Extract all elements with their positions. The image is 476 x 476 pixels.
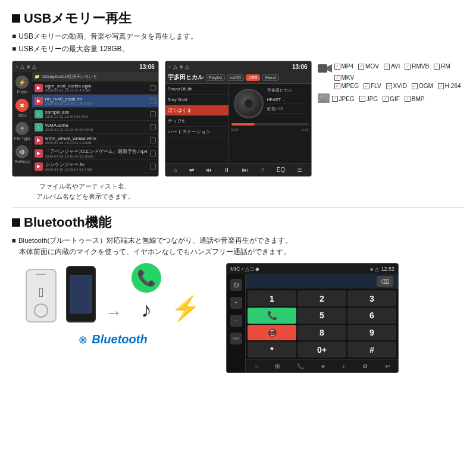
bottom-grid[interactable]: ⊞ — [275, 363, 280, 369]
format-h264: ✓ H.264 — [438, 83, 461, 89]
wifi-icon: △ — [32, 64, 36, 70]
home-ctrl[interactable]: ⌂ — [174, 167, 177, 173]
vol-up-btn[interactable]: + — [230, 297, 242, 309]
file-check[interactable] — [150, 151, 156, 156]
menu-btn[interactable]: ☰ — [297, 167, 302, 173]
dial-mic-icon: MIC — [230, 266, 240, 272]
key-8[interactable]: 8 — [298, 325, 346, 341]
sidebar-item-settings[interactable]: ⚙ Settings — [15, 145, 30, 164]
file-entry[interactable]: ♪ sample.asx 2009-12-12 11:28 536.7KB — [32, 108, 158, 121]
key-3[interactable]: 3 — [347, 290, 396, 306]
bottom-bt[interactable]: ⎈ — [321, 363, 325, 369]
file-check[interactable] — [150, 98, 156, 104]
file-entry[interactable]: ▶ ogm_xvid_vorbis.ogm 2019-01-23 11:24:1… — [32, 82, 158, 95]
bt-description: Bluetooth(ブルートゥース）対応端末と無線でつながり、通話や音楽再生がで… — [12, 235, 464, 257]
section1-title: USBメモリー再生 — [12, 10, 464, 27]
shuffle-btn[interactable]: ⇄ — [189, 167, 194, 173]
source-inand[interactable]: iNand — [262, 74, 278, 81]
source-extsd[interactable]: extSD — [227, 74, 244, 81]
file-check[interactable] — [150, 164, 156, 170]
repeat-btn[interactable]: ↺ — [260, 167, 265, 173]
format-mpeg: ✓ MPEG — [334, 83, 359, 89]
sidebar-item-filetype[interactable]: ≡ File Type — [14, 122, 30, 140]
back-icon[interactable]: ‹ — [16, 64, 18, 70]
format-row-1: ✓ MP4 ✓ MOV ✓ AVI ✓ RMVB — [334, 63, 464, 81]
file-entry[interactable]: ▶ シンケンジャー.flv 2019-04-10 12:06:04 63.8 M… — [32, 160, 158, 173]
phones-row:  → 📞 ♪ — [26, 263, 201, 322]
file-entry[interactable]: ▶ wmv_wmv9_wma9.wmx 2019-04-10 14:04:03 … — [32, 134, 158, 147]
vol-dn-btn[interactable]: − — [230, 315, 242, 327]
bluetooth-icon-2: ⎈ — [180, 64, 183, 70]
wifi-icon-2: △ — [185, 64, 189, 70]
check-flv: ✓ — [364, 83, 369, 89]
usb-icon: ✖ — [15, 99, 29, 112]
playlist-item-staygold[interactable]: Stay Gold — [165, 95, 228, 105]
bottom-back[interactable]: ↩ — [385, 363, 390, 369]
progress-bar[interactable] — [231, 123, 309, 126]
music-icon: ♪ — [35, 123, 43, 131]
source-usb[interactable]: USB — [246, 74, 260, 81]
bt-bullet1: Bluetooth(ブルートゥース）対応端末と無線でつながり、通話や音楽再生がで… — [12, 235, 464, 246]
home-icon-2[interactable]: △ — [173, 64, 177, 70]
file-entry[interactable]: ▶ rm_rv40_cook.rm 2019-06-08 12:04:31 59… — [32, 95, 158, 108]
track-item-3[interactable]: 虹色バス — [267, 106, 308, 114]
sidebar-item-flash[interactable]: ⚡ Flash — [15, 76, 29, 94]
check-ogm: ✓ — [412, 83, 418, 89]
reset-btn[interactable]: RST — [230, 333, 242, 345]
playlist-item-heart[interactable]: ハートステーション — [165, 127, 228, 137]
playlist-item-active[interactable]: ぼくはくま — [165, 105, 228, 116]
key-call[interactable]: 📞 — [248, 308, 296, 324]
key-2[interactable]: 2 — [298, 290, 346, 306]
key-9[interactable]: 9 — [347, 325, 396, 341]
dial-back-icon[interactable]: ‹ — [242, 266, 243, 272]
bottom-gear[interactable]: ⚙ — [362, 363, 368, 369]
sidebar-item-usb[interactable]: ✖ usb1 — [15, 99, 29, 117]
total-time: 3:32 — [302, 128, 309, 131]
format-row-2: ✓ MPEG ✓ FLV ✓ XVID ✓ OG — [334, 83, 464, 89]
file-check[interactable] — [150, 137, 156, 143]
key-0[interactable]: 0+ — [298, 342, 346, 358]
bt-left:  → 📞 ♪ — [12, 263, 214, 347]
bottom-phone[interactable]: 📞 — [297, 363, 304, 369]
dial-square-icon[interactable]: □ — [250, 266, 253, 272]
file-entry[interactable]: ♪ WMA.wma 2018-03-23 15:02:40 604.0KB — [32, 121, 158, 134]
bottom-music[interactable]: ♪ — [342, 363, 345, 369]
key-hash[interactable]: # — [347, 342, 396, 358]
file-check[interactable] — [150, 111, 156, 117]
key-1[interactable]: 1 — [248, 290, 296, 306]
power-btn[interactable]: ⏻ — [230, 279, 242, 291]
playlist-item-tik5[interactable]: ティク5 — [165, 116, 228, 127]
home-icon[interactable]: △ — [20, 64, 24, 70]
filetype-icon: ≡ — [15, 122, 29, 135]
play-pause-btn[interactable]: ⏸ — [224, 167, 230, 173]
player-right-top: 宇多田ヒカル HEART ... 虹色バス — [231, 86, 309, 121]
android-status-bar: ‹ △ ⎈ △ 13:06 — [12, 61, 158, 72]
key-6[interactable]: 6 — [347, 308, 396, 324]
check-bmp: ✓ — [405, 96, 411, 102]
back-icon-2[interactable]: ‹ — [169, 64, 171, 70]
format-flv: ✓ FLV — [364, 83, 381, 89]
bluetooth-icon: ⎈ — [27, 64, 30, 70]
playlist-item[interactable]: FravorOfLife — [165, 84, 228, 95]
file-check[interactable] — [150, 124, 156, 130]
track-item-1[interactable]: 宇多田ヒカル — [267, 87, 308, 95]
dial-sidebar: ⏻ + − RST — [227, 274, 246, 372]
svg-point-3 — [320, 95, 322, 98]
key-5[interactable]: 5 — [298, 308, 346, 324]
format-xvid: ✓ XVID — [386, 83, 407, 89]
next-btn[interactable]: ⏭ — [242, 167, 248, 173]
prev-btn[interactable]: ⏮ — [206, 167, 212, 173]
file-entry[interactable]: ▶ 「アベンジャーズ/エンドゲーム」最新予告.mp4 2019-04-29 13… — [32, 147, 158, 160]
backspace-btn[interactable]: ⌫ — [377, 276, 393, 287]
format-mov: ✓ MOV — [358, 63, 379, 70]
bottom-home[interactable]: ⌂ — [254, 363, 258, 369]
key-star[interactable]: * — [248, 342, 296, 358]
eq-btn[interactable]: EQ — [277, 167, 285, 173]
key-end[interactable]: 📵 — [248, 325, 296, 341]
music-time: 13:06 — [292, 64, 308, 70]
source-playlist[interactable]: Playlist — [206, 74, 225, 81]
track-item-2[interactable]: HEART ... — [267, 98, 308, 104]
file-check[interactable] — [150, 85, 156, 91]
check-mpeg: ✓ — [334, 83, 340, 89]
dial-home-icon[interactable]: △ — [245, 266, 249, 272]
